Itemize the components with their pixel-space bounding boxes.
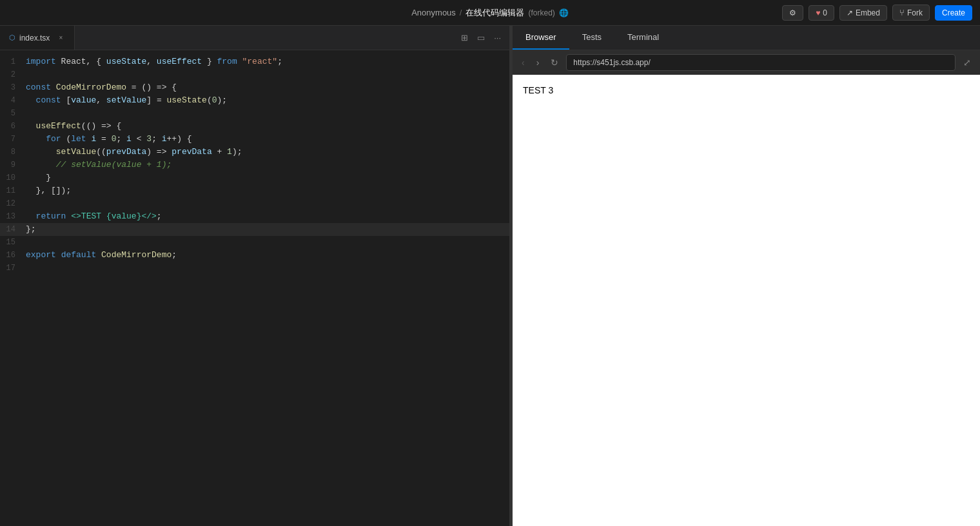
- token-punc: [51, 83, 56, 92]
- token-punc: [26, 211, 36, 221]
- line-number: 3: [0, 81, 26, 94]
- token-num: 0: [212, 95, 217, 105]
- token-kw: let: [71, 134, 86, 144]
- line-number: 12: [0, 197, 26, 210]
- split-layout-button[interactable]: ⊞: [458, 31, 471, 44]
- fork-button[interactable]: ⑂ Fork: [892, 5, 930, 21]
- browser-toolbar: ‹ › ↻ ⤢: [513, 50, 980, 75]
- code-line: 6 useEffect(() => {: [0, 120, 509, 133]
- token-punc: ,: [96, 95, 106, 105]
- open-new-tab-button[interactable]: ⤢: [959, 55, 975, 70]
- token-punc: ,: [146, 57, 157, 66]
- line-content: }: [26, 171, 504, 184]
- likes-button[interactable]: ♥ 0: [808, 5, 834, 21]
- browser-output: TEST 3: [523, 85, 970, 95]
- token-fn: CodeMirrorDemo: [56, 83, 126, 92]
- token-str: "react": [242, 57, 278, 66]
- line-number: 7: [0, 133, 26, 146]
- tab-terminal[interactable]: Terminal: [614, 26, 672, 50]
- token-punc: [26, 147, 56, 157]
- code-line: 4 const [value, setValue] = useState(0);: [0, 94, 509, 107]
- browser-panel: Browser Tests Terminal ‹ › ↻ ⤢ TEST 3: [513, 26, 980, 526]
- line-content: // setValue(value + 1);: [26, 159, 504, 171]
- token-kw: for: [46, 134, 61, 144]
- line-content: return <>TEST {value}</>;: [26, 210, 504, 223]
- code-line: 2: [0, 68, 509, 81]
- token-punc: (: [207, 95, 212, 105]
- tab-close-button[interactable]: ×: [56, 34, 65, 43]
- code-line: 5: [0, 107, 509, 120]
- code-line: 3const CodeMirrorDemo = () => {: [0, 81, 509, 94]
- line-number: 1: [0, 55, 26, 68]
- code-line: 16export default CodeMirrorDemo;: [0, 249, 509, 262]
- token-num: 1: [227, 147, 232, 157]
- line-content: useEffect(() => {: [26, 120, 504, 133]
- code-line: 7 for (let i = 0; i < 3; i++) {: [0, 133, 509, 146]
- line-content: };: [26, 223, 504, 236]
- token-punc: [26, 160, 56, 170]
- terminal-tab-label: Terminal: [627, 32, 659, 42]
- token-punc: );: [217, 95, 228, 105]
- token-punc: [26, 95, 36, 105]
- token-jsx: <>TEST {value}</>: [71, 211, 157, 221]
- tab-tests[interactable]: Tests: [569, 26, 614, 50]
- token-punc: }: [26, 173, 51, 182]
- code-line: 17: [0, 262, 509, 275]
- token-punc: ;: [152, 134, 162, 144]
- token-punc: ) =>: [146, 147, 172, 157]
- refresh-button[interactable]: ↻: [547, 55, 562, 70]
- browser-tab-bar: Browser Tests Terminal: [513, 26, 980, 50]
- line-content: const CodeMirrorDemo = () => {: [26, 81, 504, 94]
- token-kw: const: [26, 83, 51, 92]
- token-punc: [96, 250, 101, 260]
- token-var: i: [126, 134, 132, 144]
- back-button[interactable]: ‹: [518, 55, 529, 70]
- token-punc: <: [132, 134, 146, 144]
- token-punc: ;: [116, 134, 126, 144]
- token-var: setValue: [106, 95, 146, 105]
- token-var: i: [162, 134, 167, 144]
- token-fn: setValue: [56, 147, 96, 157]
- token-punc: = () => {: [126, 83, 177, 92]
- token-punc: ;: [277, 57, 282, 66]
- token-punc: [: [61, 95, 72, 105]
- fork-label: Fork: [907, 8, 923, 17]
- tab-browser[interactable]: Browser: [513, 26, 569, 50]
- line-content: export default CodeMirrorDemo;: [26, 249, 504, 262]
- token-punc: );: [232, 147, 242, 157]
- embed-button[interactable]: ↗ Embed: [839, 5, 887, 21]
- code-line: 10 }: [0, 171, 509, 184]
- token-kw: default: [61, 250, 97, 260]
- line-number: 4: [0, 94, 26, 107]
- likes-count: 0: [823, 8, 827, 17]
- editor-tab-index[interactable]: ⬡ index.tsx ×: [0, 26, 75, 50]
- token-punc: (() => {: [81, 121, 121, 131]
- tests-tab-label: Tests: [582, 32, 602, 42]
- url-bar[interactable]: [566, 54, 956, 71]
- create-button[interactable]: Create: [935, 5, 972, 21]
- line-number: 17: [0, 262, 26, 275]
- line-number: 13: [0, 210, 26, 223]
- line-number: 8: [0, 146, 26, 159]
- username: Anonymous: [411, 8, 456, 17]
- token-punc: ((: [96, 147, 106, 157]
- token-punc: [26, 121, 36, 131]
- browser-content: TEST 3: [513, 75, 980, 526]
- more-options-button[interactable]: ···: [491, 31, 504, 44]
- token-var: useEffect: [157, 57, 202, 66]
- settings-button[interactable]: ⚙: [782, 5, 803, 21]
- editor-panel: ⬡ index.tsx × ⊞ ▭ ··· 1import React, { u…: [0, 26, 509, 526]
- fork-badge: (forked): [528, 8, 554, 17]
- code-line: 12: [0, 197, 509, 210]
- single-layout-button[interactable]: ▭: [474, 31, 488, 44]
- forward-button[interactable]: ›: [533, 55, 544, 70]
- line-content: const [value, setValue] = useState(0);: [26, 94, 504, 107]
- token-num: 3: [146, 134, 152, 144]
- token-punc: ] =: [146, 95, 166, 105]
- line-number: 2: [0, 68, 26, 81]
- token-punc: (: [61, 134, 72, 144]
- token-punc: }: [202, 57, 217, 66]
- line-number: 15: [0, 236, 26, 249]
- code-editor[interactable]: 1import React, { useState, useEffect } f…: [0, 50, 509, 526]
- public-icon: 🌐: [559, 8, 569, 17]
